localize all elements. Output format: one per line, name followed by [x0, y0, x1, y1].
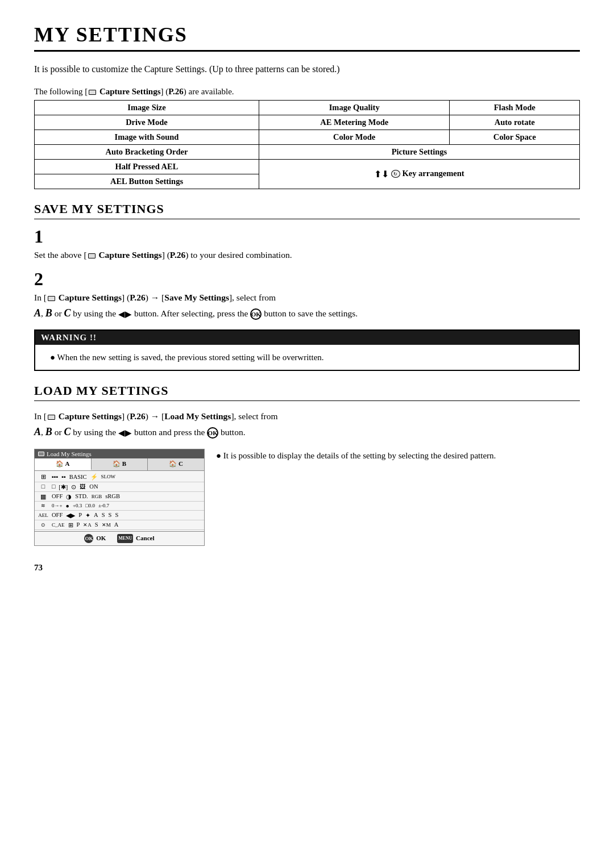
screen-ok-btn: OK OK — [84, 534, 106, 543]
row-vals-2: □ [✱] ⊙ 🖼 ON — [52, 483, 202, 490]
load-note-content: It is possible to display the details of… — [223, 451, 496, 460]
step-1-text: Set the above [ Capture Settings] (P.26)… — [34, 248, 580, 262]
val: A — [94, 512, 98, 518]
camera-icon-load — [48, 415, 55, 420]
table-cell: ⬆⬇ ↻ Key arrangement — [259, 159, 579, 189]
val: A — [114, 521, 119, 528]
camera-icon-step2 — [48, 296, 55, 301]
table-cell: Image with Sound — [35, 130, 259, 144]
tab-a-icon: 🏠 — [56, 460, 64, 467]
val: S — [115, 512, 118, 518]
ok-button-icon-load: OK — [207, 427, 218, 439]
step-2-text: In [ Capture Settings] (P.26) → [Save My… — [34, 290, 580, 322]
camera-icon-step1 — [88, 253, 96, 258]
table-cell: Picture Settings — [259, 144, 579, 159]
load-section-title: LOAD MY SETTINGS — [34, 383, 580, 398]
table-cell: Flash Mode — [450, 100, 580, 115]
val: □ — [52, 483, 55, 490]
val: ▪▪ — [61, 474, 65, 480]
step-2-number: 2 — [34, 270, 580, 288]
val: ◀▶ — [66, 512, 75, 519]
ok-button-icon: OK — [250, 308, 262, 320]
table-cell: Auto rotate — [450, 115, 580, 130]
table-cell: Image Quality — [259, 100, 449, 115]
table-cell: AEL Button Settings — [35, 174, 259, 189]
val: P — [77, 521, 80, 528]
val: ✕M — [102, 522, 111, 528]
load-note-text: ● It is possible to display the details … — [216, 449, 580, 463]
screen-row-4: ≋ 0→+ ● +0.3 □0.0 ±-0.7 — [35, 502, 204, 511]
lr-arrow-icon-load: ◀▶ — [118, 428, 132, 437]
row-icon-2: □ — [37, 483, 49, 490]
val: +0.3 — [73, 503, 82, 508]
row-vals-6: C_AE ⊞ P ✕A S ✕M A — [52, 521, 202, 528]
row-icon-1: ⊞ — [37, 473, 49, 480]
val: STD. — [75, 493, 88, 499]
load-section-rule — [34, 400, 580, 401]
val: ✕A — [83, 522, 92, 528]
table-cell: Half Pressed AEL — [35, 159, 259, 174]
row-vals-3: OFF ◑ STD. RGB sRGB — [52, 493, 202, 500]
screen-footer: OK OK MENU Cancel — [35, 531, 204, 545]
row-vals-5: OFF ◀▶ P ✦ A S S S — [52, 512, 202, 519]
screen-row-1: ⊞ ▪▪▪ ▪▪ BASIC ⚡ SLOW — [35, 472, 204, 482]
table-cell: Image Size — [35, 100, 259, 115]
val: OFF — [52, 512, 63, 518]
page-number: 73 — [34, 563, 580, 573]
tab-b[interactable]: 🏠 B — [92, 458, 148, 470]
val: sRGB — [105, 493, 120, 499]
warning-header: WARNING !! — [35, 331, 579, 345]
val: ⊙ — [71, 483, 76, 490]
val: S — [95, 521, 98, 528]
table-cell: Color Space — [450, 130, 580, 144]
screen-title-text: Load My Settings — [47, 450, 92, 457]
val: ⊞ — [68, 521, 73, 528]
bullet-icon: ● — [216, 451, 223, 460]
val: ● — [66, 503, 69, 509]
screen-cancel-btn: MENU Cancel — [117, 534, 154, 543]
warning-body: When the new setting is saved, the previ… — [35, 345, 579, 370]
menu-icon: MENU — [117, 534, 133, 543]
key-arrangement-label: ⬆⬇ ↻ Key arrangement — [374, 169, 464, 178]
tab-c[interactable]: 🏠 C — [148, 458, 204, 470]
tab-a[interactable]: 🏠 A — [35, 458, 92, 470]
capture-note: The following [ Capture Settings] (P.26)… — [34, 87, 580, 97]
row-icon-6: ⊙ — [37, 522, 49, 528]
val: □0.0 — [85, 503, 95, 508]
row-icon-4: ≋ — [37, 503, 49, 508]
val: ⚡ — [90, 473, 98, 481]
val: [✱] — [59, 483, 68, 490]
val: 🖼 — [80, 483, 86, 490]
capture-table: Image Size Image Quality Flash Mode Driv… — [34, 100, 580, 189]
warning-text: When the new setting is saved, the previ… — [43, 350, 571, 364]
val: OFF — [52, 493, 63, 499]
row-vals-1: ▪▪▪ ▪▪ BASIC ⚡ SLOW — [52, 473, 202, 481]
screen-row-5: AEL OFF ◀▶ P ✦ A S S S — [35, 511, 204, 520]
screen-row-2: □ □ [✱] ⊙ 🖼 ON — [35, 482, 204, 492]
camera-screen: Load My Settings 🏠 A 🏠 B 🏠 C ⊞ ▪▪▪ ▪▪ BA — [34, 449, 205, 546]
cancel-label: Cancel — [136, 534, 154, 541]
lr-arrow-icon: ◀▶ — [118, 310, 132, 319]
step-1-number: 1 — [34, 227, 580, 245]
ok-circle-icon: OK — [84, 534, 93, 543]
ok-label: OK — [96, 534, 106, 541]
val: P — [78, 512, 82, 518]
val: ±-0.7 — [98, 503, 109, 508]
val: ✦ — [85, 512, 90, 519]
screen-row-6: ⊙ C_AE ⊞ P ✕A S ✕M A — [35, 520, 204, 530]
screen-row-3: ▦ OFF ◑ STD. RGB sRGB — [35, 492, 204, 502]
val: SLOW — [101, 474, 116, 479]
capture-note-text: The following [ — [34, 87, 88, 96]
save-section-title: SAVE MY SETTINGS — [34, 202, 580, 216]
table-cell: Auto Bracketing Order — [35, 144, 259, 159]
intro-paragraph: It is possible to customize the Capture … — [34, 62, 580, 77]
tab-c-icon: 🏠 — [169, 460, 177, 467]
screen-tabs: 🏠 A 🏠 B 🏠 C — [35, 458, 204, 471]
screen-camera-icon — [38, 452, 44, 456]
row-icon-5: AEL — [37, 512, 49, 518]
val: ▪▪▪ — [52, 474, 58, 480]
table-cell: AE Metering Mode — [259, 115, 449, 130]
val: BASIC — [69, 474, 87, 480]
screen-title: Load My Settings — [35, 449, 204, 458]
tab-b-icon: 🏠 — [113, 460, 121, 467]
